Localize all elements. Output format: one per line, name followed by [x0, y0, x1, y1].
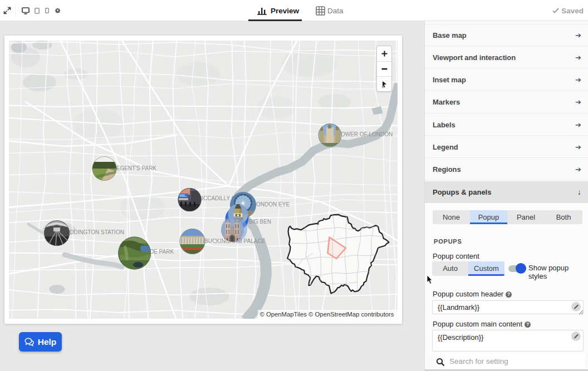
- svg-text:© OpenMapTiles © OpenStreetMap: © OpenMapTiles © OpenStreetMap contribut…: [259, 311, 394, 318]
- svg-text:REGENT'S PARK: REGENT'S PARK: [112, 165, 157, 171]
- svg-text:LONDON EYE: LONDON EYE: [253, 201, 290, 207]
- svg-text:BIG BEN: BIG BEN: [249, 219, 272, 225]
- svg-text:TOWER OF LONDON: TOWER OF LONDON: [337, 131, 393, 137]
- svg-text:PADDINGTON STATION: PADDINGTON STATION: [63, 229, 124, 235]
